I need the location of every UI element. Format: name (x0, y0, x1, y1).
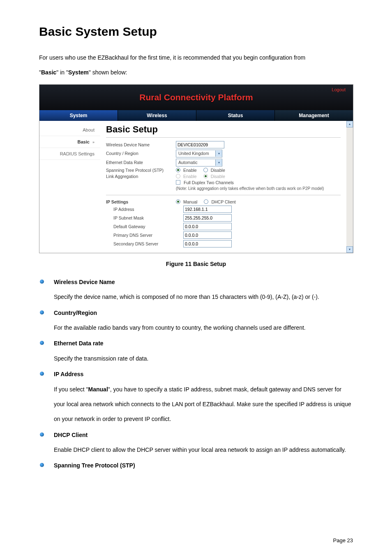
divider (106, 195, 341, 195)
la-disable-radio[interactable] (203, 174, 208, 178)
default-gateway-input[interactable] (183, 223, 232, 230)
intro-line1: For users who use the EZBackhaul for the… (39, 54, 305, 61)
label-spanning-tree: Spanning Tree Protocol (STP) (106, 168, 176, 173)
ethernet-data-rate-value: Automatic (176, 160, 215, 165)
def-ip-address: IP Address If you select "Manual", you h… (39, 367, 353, 427)
def-body: Enable DHCP client to allow the DHCP ser… (54, 442, 353, 457)
la-enable-radio[interactable] (176, 174, 180, 178)
scroll-down-icon[interactable]: ▾ (346, 246, 353, 253)
chevron-down-icon[interactable]: ▾ (215, 160, 222, 166)
definitions-list: Wireless Device Name Specify the device … (39, 275, 353, 473)
def-ethernet-data-rate: Ethernet Data rate Specify the transmiss… (39, 336, 353, 366)
def-spanning-tree: Spanning Tree Protocol (STP) (39, 458, 353, 473)
primary-dns-input[interactable] (183, 231, 232, 239)
stp-enable-radio[interactable] (176, 168, 180, 172)
figure-caption: Figure 11 Basic Setup (39, 261, 353, 267)
la-enable-label: Enable (183, 174, 197, 179)
ip-manual-radio[interactable] (176, 199, 180, 204)
page-title: Basic System Setup (39, 25, 353, 39)
label-wireless-device-name: Wireless Device Name (106, 142, 176, 147)
scrollbar[interactable]: ▴ ▾ (346, 121, 353, 253)
scroll-up-icon[interactable]: ▴ (346, 121, 353, 127)
row-default-gateway: Default Gateway (106, 223, 341, 230)
def-title: Wireless Device Name (54, 279, 115, 285)
screenshot-body: About Basic » RADIUS Settings Basic Setu… (39, 121, 353, 253)
sidebar-item-basic[interactable]: Basic » (39, 136, 100, 148)
tab-bar: System Wireless Status Management (39, 110, 353, 121)
sidebar: About Basic » RADIUS Settings (39, 121, 100, 253)
tab-status[interactable]: Status (196, 110, 275, 121)
label-secondary-dns: Secondary DNS Server (113, 241, 183, 246)
def-body: If you select "Manual", you have to spec… (54, 382, 353, 427)
stp-disable-radio[interactable] (203, 168, 208, 172)
row-wireless-device-name: Wireless Device Name (106, 141, 341, 148)
def-ip-pre: If you select " (54, 386, 88, 393)
tab-system[interactable]: System (39, 110, 118, 121)
intro-system-word: System (68, 69, 89, 76)
full-duplex-checkbox[interactable] (176, 180, 180, 185)
sidebar-item-about[interactable]: About (39, 124, 100, 136)
intro-basic-word: Basic (41, 69, 56, 76)
row-ip-address: IP Address (106, 206, 341, 213)
screenshot-header: Rural Connectivity Platform Rural Connec… (39, 85, 353, 110)
def-title: Spanning Tree Protocol (STP) (54, 462, 135, 469)
label-country-region: Country / Region (106, 151, 176, 156)
label-primary-dns: Primary DNS Server (113, 233, 183, 238)
row-link-aggregation: Link Aggregation Enable Disable (106, 174, 341, 179)
ip-address-input[interactable] (183, 206, 232, 213)
def-title: Country/Region (54, 310, 97, 316)
brand-title: Rural Connectivity Platform (139, 92, 253, 102)
sidebar-item-label: Basic (78, 139, 90, 144)
def-ip-manual-word: Manual (88, 386, 108, 393)
divider (106, 137, 341, 138)
label-default-gateway: Default Gateway (113, 224, 183, 229)
row-primary-dns: Primary DNS Server (106, 231, 341, 239)
label-ip-settings: IP Settings (106, 199, 176, 204)
logout-link[interactable]: Logout (332, 87, 346, 92)
label-subnet-mask: IP Subnet Mask (113, 215, 183, 220)
def-title: IP Address (54, 371, 83, 377)
def-body: For the available radio bands vary from … (54, 320, 353, 335)
intro-mid: " in " (56, 69, 68, 76)
secondary-dns-input[interactable] (183, 240, 232, 247)
row-ip-settings: IP Settings Manual DHCP Client (106, 199, 341, 204)
page-number: Page 23 (333, 537, 353, 543)
def-title: DHCP Client (54, 432, 88, 438)
def-body: Specify the device name, which is compos… (54, 289, 353, 304)
def-body: Specify the transmission rate of data. (54, 351, 353, 366)
def-wireless-device-name: Wireless Device Name Specify the device … (39, 275, 353, 305)
row-ethernet-data-rate: Ethernet Data Rate Automatic▾ (106, 159, 341, 166)
stp-enable-label: Enable (183, 168, 197, 173)
subnet-mask-input[interactable] (183, 214, 232, 222)
wireless-device-name-input[interactable] (176, 141, 224, 148)
intro-text: For users who use the EZBackhaul for the… (39, 50, 353, 80)
row-full-duplex: Full Duplex Two Channels (106, 180, 341, 185)
country-region-value: United Kingdom (176, 151, 215, 156)
screenshot-frame: Rural Connectivity Platform Rural Connec… (39, 84, 353, 253)
label-ethernet-data-rate: Ethernet Data Rate (106, 160, 176, 165)
def-country-region: Country/Region For the available radio b… (39, 305, 353, 335)
tab-management[interactable]: Management (275, 110, 353, 121)
ip-dhcp-label: DHCP Client (211, 199, 235, 204)
link-aggregation-note: (Note: Link aggregation only takes effec… (176, 186, 341, 191)
row-spanning-tree: Spanning Tree Protocol (STP) Enable Disa… (106, 168, 341, 173)
ip-dhcp-radio[interactable] (204, 199, 208, 204)
row-subnet-mask: IP Subnet Mask (106, 214, 341, 222)
ethernet-data-rate-select[interactable]: Automatic▾ (176, 159, 222, 166)
chevron-right-icon: » (92, 140, 95, 144)
main-panel: Basic Setup Wireless Device Name Country… (100, 121, 346, 253)
label-ip-address: IP Address (113, 207, 183, 212)
def-dhcp-client: DHCP Client Enable DHCP client to allow … (39, 428, 353, 458)
tab-wireless[interactable]: Wireless (118, 110, 196, 121)
intro-end: " shown below: (89, 69, 127, 76)
row-secondary-dns: Secondary DNS Server (106, 240, 341, 247)
sidebar-item-radius[interactable]: RADIUS Settings (39, 148, 100, 160)
la-disable-label: Disable (211, 174, 225, 179)
country-region-select[interactable]: United Kingdom▾ (176, 150, 222, 157)
ip-manual-label: Manual (183, 199, 197, 204)
full-duplex-label: Full Duplex Two Channels (184, 180, 234, 185)
def-title: Ethernet Data rate (54, 340, 104, 347)
panel-heading: Basic Setup (106, 124, 341, 135)
chevron-down-icon[interactable]: ▾ (215, 150, 222, 157)
row-country-region: Country / Region United Kingdom▾ (106, 150, 341, 157)
